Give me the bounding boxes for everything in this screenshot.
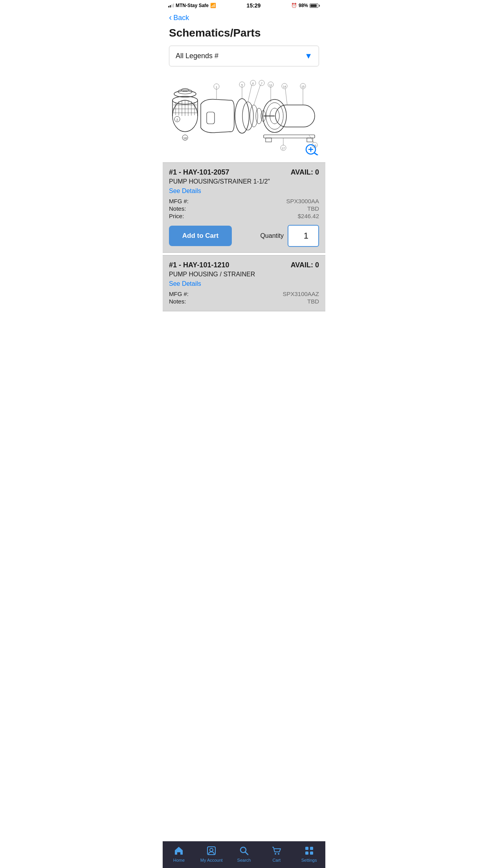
schematic-diagram: 2 18 (169, 73, 319, 159)
time-label: 15:29 (247, 2, 261, 9)
status-bar: MTN-Stay Safe 📶 15:29 ⏰ 98% (163, 0, 325, 10)
battery-pct: 98% (299, 3, 308, 8)
part-id-2: #1 - HAY-101-1210 (169, 261, 229, 269)
part-mfg-row-1: MFG #: SPX3000AA (169, 198, 319, 204)
part-mfg-label-2: MFG #: (169, 291, 189, 297)
back-button[interactable]: ‹ Back (169, 13, 189, 22)
svg-rect-21 (207, 112, 215, 124)
part-name-2: PUMP HOUSING / STRAINER (169, 271, 319, 278)
part-mfg-row-2: MFG #: SPX3100AAZ (169, 291, 319, 297)
back-chevron-icon: ‹ (169, 13, 172, 22)
back-label: Back (173, 14, 189, 22)
svg-rect-31 (264, 135, 315, 138)
svg-line-44 (254, 85, 261, 105)
svg-rect-32 (266, 138, 272, 142)
part-notes-value-2: TBD (307, 298, 319, 305)
pump-schematic-svg: 2 18 (169, 77, 319, 155)
carrier-label: MTN-Stay Safe (176, 3, 209, 8)
wifi-icon: 📶 (210, 3, 216, 8)
svg-text:11: 11 (269, 84, 272, 86)
svg-text:15: 15 (301, 85, 305, 88)
nav-bar: ‹ Back (163, 10, 325, 24)
parts-list: #1 - HAY-101-2057 AVAIL: 0 PUMP HOUSING/… (163, 162, 325, 311)
svg-point-25 (256, 108, 262, 124)
add-to-cart-button-1[interactable]: Add to Cart (169, 226, 232, 246)
part-id-1: #1 - HAY-101-2057 (169, 168, 229, 177)
quantity-section-1: Quantity (260, 225, 319, 247)
part-mfg-label-1: MFG #: (169, 198, 189, 204)
page-title: Schematics/Parts (163, 24, 325, 44)
svg-text:5: 5 (241, 84, 243, 86)
part-name-1: PUMP HOUSING/STRAINER 1-1/2" (169, 178, 319, 185)
svg-line-65 (314, 153, 318, 155)
part-card-2: #1 - HAY-101-1210 AVAIL: 0 PUMP HOUSING … (163, 255, 325, 311)
svg-text:18: 18 (183, 136, 187, 140)
svg-line-56 (309, 135, 314, 143)
alarm-icon: ⏰ (291, 3, 297, 8)
part-details-link-1[interactable]: See Details (169, 188, 319, 195)
quantity-label-1: Quantity (260, 232, 284, 239)
svg-rect-27 (275, 105, 315, 127)
part-avail-1: AVAIL: 0 (291, 168, 319, 177)
part-notes-row-2: Notes: TBD (169, 298, 319, 305)
part-header-1: #1 - HAY-101-2057 AVAIL: 0 (169, 168, 319, 177)
svg-text:7: 7 (261, 82, 262, 85)
status-right: ⏰ 98% (291, 3, 320, 8)
schematic-image: 2 18 (169, 73, 319, 159)
dropdown-chevron-icon: ▼ (305, 51, 312, 61)
quantity-input-1[interactable] (288, 225, 319, 247)
part-avail-2: AVAIL: 0 (291, 261, 319, 269)
part-notes-value-1: TBD (307, 205, 319, 212)
svg-line-41 (248, 85, 252, 102)
part-header-2: #1 - HAY-101-1210 AVAIL: 0 (169, 261, 319, 269)
part-actions-1: Add to Cart Quantity (169, 225, 319, 247)
part-mfg-value-2: SPX3100AAZ (283, 291, 319, 297)
svg-line-50 (285, 88, 287, 105)
part-price-row-1: Price: $246.42 (169, 213, 319, 219)
svg-rect-33 (307, 138, 313, 142)
part-notes-label-1: Notes: (169, 205, 186, 212)
svg-text:6: 6 (252, 82, 254, 85)
svg-point-24 (250, 105, 258, 127)
part-details-link-2[interactable]: See Details (169, 280, 319, 287)
status-left: MTN-Stay Safe 📶 (168, 3, 216, 8)
dropdown-selected: All Legends # (176, 52, 218, 60)
part-price-label-1: Price: (169, 213, 184, 219)
svg-text:17: 17 (282, 147, 285, 150)
part-price-value-1: $246.42 (298, 213, 319, 219)
part-mfg-value-1: SPX3000AA (286, 198, 319, 204)
svg-text:14: 14 (283, 85, 286, 88)
part-notes-row-1: Notes: TBD (169, 205, 319, 212)
svg-text:1: 1 (216, 86, 217, 88)
part-notes-label-2: Notes: (169, 298, 186, 305)
legends-dropdown[interactable]: All Legends # ▼ (169, 46, 319, 66)
svg-point-16 (181, 88, 189, 92)
part-card-1: #1 - HAY-101-2057 AVAIL: 0 PUMP HOUSING/… (163, 162, 325, 253)
signal-icon (168, 4, 174, 7)
svg-text:2: 2 (176, 118, 178, 121)
battery-icon (310, 4, 320, 8)
svg-point-22 (235, 99, 249, 133)
